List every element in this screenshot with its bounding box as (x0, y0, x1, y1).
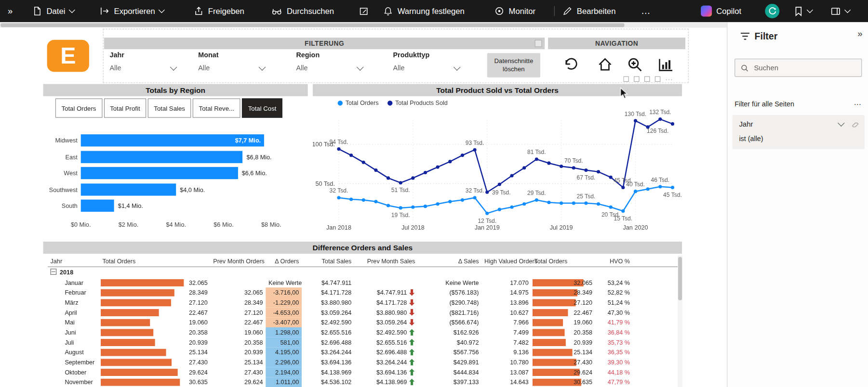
column-header[interactable]: Δ Orders (266, 256, 302, 267)
column-header[interactable]: Prev Month Orders (210, 256, 266, 267)
horizontal-scrollbar-thumb[interactable] (0, 23, 624, 27)
data-point-label: 81 Tsd. (527, 149, 546, 155)
table-cell: 29.624 (100, 367, 211, 377)
data-point (461, 154, 464, 157)
data-point (374, 168, 377, 172)
horizontal-scrollbar[interactable] (0, 23, 796, 27)
table-row[interactable]: Februar28.34932.065-3.716,00$4.171.728$4… (48, 287, 679, 297)
table-row[interactable]: August25.13420.9394.195,00$3.264.244$2.6… (48, 347, 679, 357)
search-icon (741, 64, 748, 72)
data-point (424, 205, 427, 208)
measure-button[interactable]: Total Reve... (193, 98, 240, 117)
collapse-group-icon[interactable] (51, 269, 57, 275)
collapse-pane-button[interactable]: » (857, 29, 862, 39)
table-cell: 52,82 % (595, 287, 633, 297)
slicer-dropdown[interactable]: Alle (393, 64, 460, 72)
filter-visual-icon[interactable] (644, 77, 650, 82)
measure-button[interactable]: Total Cost (242, 98, 282, 117)
expand-pane-button[interactable]: » (8, 0, 13, 22)
data-point (547, 201, 550, 204)
export-menu[interactable]: Exportieren (100, 0, 164, 22)
table-row[interactable]: November30.63529.6241.011,00$4.536.102$4… (48, 377, 679, 387)
share-icon (194, 6, 204, 16)
column-header[interactable]: Total Orders (100, 256, 211, 267)
table-row[interactable]: Juli20.93920.358581,00$2.696.488$2.655.5… (48, 337, 679, 348)
eraser-icon[interactable] (852, 121, 859, 129)
slicer-dropdown[interactable]: Alle (198, 64, 265, 72)
data-point (597, 170, 600, 173)
search-input[interactable] (753, 63, 849, 73)
table-row[interactable]: Januar32.065Keine Werte$4.747.911Keine W… (48, 278, 679, 288)
bar[interactable] (81, 183, 176, 195)
bar[interactable] (81, 151, 243, 163)
filter-card-jahr[interactable]: Jahr ist (alle) (733, 115, 865, 149)
focus-mode-icon[interactable] (655, 77, 660, 82)
copy-visual-icon[interactable] (634, 77, 639, 82)
column-header[interactable]: Total Sales (302, 256, 354, 267)
bookmarks-button[interactable] (794, 0, 812, 22)
table-cell: 29.624 (210, 377, 266, 387)
table-cell: 32.065 (210, 287, 266, 297)
data-point (609, 206, 613, 209)
table-cell: 47,79 % (595, 377, 633, 387)
table-row[interactable]: Juni20.35819.0601.298,00$2.655.516$2.492… (48, 327, 679, 337)
undo-button[interactable] (560, 54, 581, 76)
refresh-button[interactable] (765, 0, 779, 22)
column-header[interactable]: Prev Month Sales (354, 256, 418, 267)
browse-button[interactable]: Durchsuchen (271, 0, 334, 22)
table-cell: 44,18 % (595, 367, 633, 377)
filters-more-options[interactable]: … (854, 98, 861, 106)
column-header[interactable]: High Valued Orders (481, 256, 531, 267)
data-point (399, 206, 402, 209)
table-scrollbar[interactable] (678, 256, 682, 387)
bar-category-label: South (43, 200, 78, 212)
table-cell: $4.747.911 (302, 278, 354, 288)
set-alert-button[interactable]: Warnung festlegen (383, 0, 465, 22)
slicer-label: Monat (198, 52, 271, 59)
monitor-button[interactable]: Monitor (494, 0, 535, 22)
column-header[interactable]: HVO % (595, 256, 633, 267)
slicer-dropdown[interactable]: Alle (296, 64, 362, 72)
table-cell (481, 267, 531, 277)
bar[interactable] (81, 200, 114, 212)
table-cell (100, 267, 211, 277)
column-header[interactable]: Total Orders (532, 256, 595, 267)
zoom-in-button[interactable] (625, 54, 646, 76)
more-options-button[interactable]: … (641, 0, 651, 22)
bar-value-label: $1,4 Mio. (118, 200, 143, 212)
slicer-dropdown[interactable]: Alle (109, 64, 176, 72)
data-point-label: 25 Tsd. (577, 193, 596, 200)
group-row[interactable]: 2018 (48, 267, 679, 278)
home-button[interactable] (595, 54, 616, 76)
pin-visual-icon[interactable] (623, 77, 628, 82)
bar[interactable] (81, 167, 238, 179)
share-button[interactable]: Freigeben (194, 0, 244, 22)
edit-button[interactable]: Bearbeiten (562, 0, 615, 22)
line-chart[interactable]: 50 Tsd.100 Tsd.Jan 2018Jul 2018Jan 2019J… (313, 97, 689, 236)
more-options-icon[interactable]: ··· (666, 77, 673, 81)
measure-button[interactable]: Total Orders (55, 98, 102, 117)
table-cell (354, 278, 418, 288)
column-header[interactable]: Jahr (48, 256, 100, 267)
feedback-button[interactable] (359, 0, 369, 22)
chevron-down-icon[interactable] (838, 119, 845, 127)
table-row[interactable]: Oktober29.62427.4302.194,00$4.138.969$3.… (48, 367, 679, 377)
table-scrollbar-thumb[interactable] (678, 257, 682, 300)
measure-button[interactable]: Total Profit (104, 98, 147, 117)
data-point (448, 160, 452, 163)
insights-chart-button[interactable] (655, 54, 677, 76)
table-row[interactable]: Mai19.06022.467-3.407,00$2.492.590$3.059… (48, 317, 679, 327)
table-row[interactable]: März27.12028.349-1.229,00$3.880.980$4.17… (48, 297, 679, 308)
table-row[interactable]: September27.43025.1342.296,00$3.694.136$… (48, 357, 679, 367)
month-cell: Juni (48, 327, 100, 337)
table-row[interactable]: April22.46727.120-4.653,00$3.059.264$3.8… (48, 308, 679, 318)
file-menu[interactable]: Datei (32, 0, 74, 22)
data-point (634, 190, 637, 193)
clear-slicers-button[interactable]: Datenschnitte löschen (487, 53, 540, 77)
copilot-button[interactable]: Copilot (701, 0, 741, 22)
view-layout-button[interactable] (830, 0, 850, 22)
measure-button[interactable]: Total Sales (148, 98, 191, 117)
table-cell: 7.499 (481, 327, 531, 337)
chevron-down-icon (454, 64, 461, 71)
column-header[interactable]: Δ Sales (418, 256, 481, 267)
